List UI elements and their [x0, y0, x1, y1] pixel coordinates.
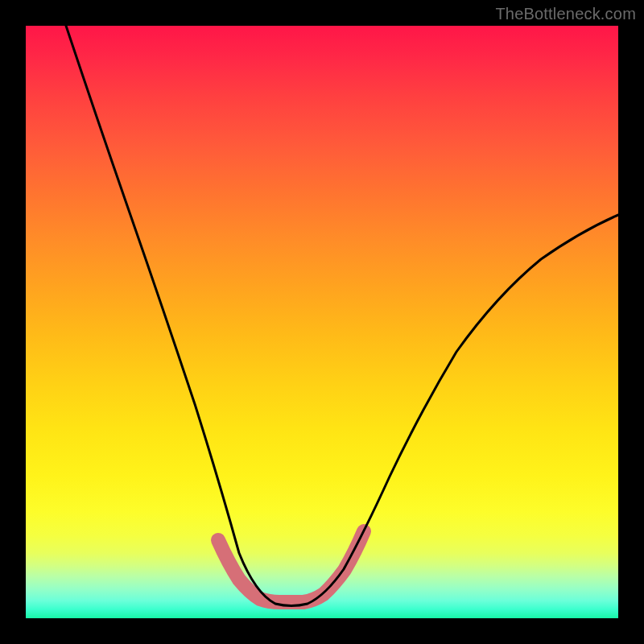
ideal-range-highlight: [218, 531, 364, 602]
plot-area: [26, 26, 618, 618]
curve-layer: [26, 26, 618, 618]
chart-frame: TheBottleneck.com: [0, 0, 644, 644]
bottleneck-curve: [66, 26, 618, 606]
watermark-text: TheBottleneck.com: [495, 5, 636, 23]
